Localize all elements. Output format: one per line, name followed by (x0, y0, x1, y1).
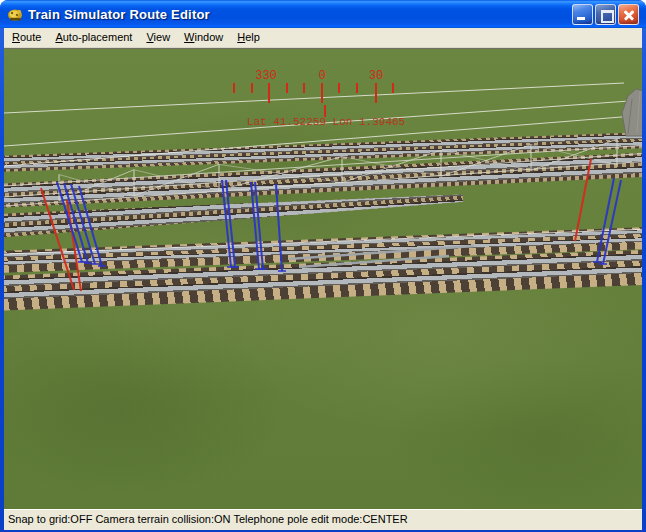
scene-overlay: 330030Lat 41.52259 Lon 1.39465 (4, 49, 642, 509)
svg-text:0: 0 (318, 69, 325, 83)
minimize-button[interactable] (572, 4, 593, 25)
title-bar[interactable]: Train Simulator Route Editor (0, 0, 646, 28)
window-controls (572, 4, 639, 25)
minimize-icon (577, 17, 585, 20)
close-icon (619, 5, 638, 24)
svg-text:Lat 41.52259 Lon 1.39465: Lat 41.52259 Lon 1.39465 (247, 116, 405, 128)
maximize-icon (601, 10, 614, 23)
menu-item-window[interactable]: Window (178, 29, 229, 46)
status-text: Snap to grid:OFF Camera terrain collisio… (8, 513, 408, 525)
maximize-button[interactable] (595, 4, 616, 25)
menu-item-auto-placement[interactable]: Auto-placement (49, 29, 138, 46)
svg-text:30: 30 (369, 69, 383, 83)
menu-item-route[interactable]: Route (6, 29, 47, 46)
window-title: Train Simulator Route Editor (28, 7, 572, 22)
menu-item-help[interactable]: Help (231, 29, 266, 46)
viewport-3d[interactable]: 330030Lat 41.52259 Lon 1.39465 (4, 48, 642, 509)
app-window: Train Simulator Route Editor RouteAuto-p… (0, 0, 646, 532)
train-icon (7, 6, 24, 23)
menu-bar: RouteAuto-placementViewWindowHelp (4, 28, 642, 48)
svg-text:330: 330 (255, 69, 277, 83)
menu-item-view[interactable]: View (140, 29, 176, 46)
close-button[interactable] (618, 4, 639, 25)
status-bar: Snap to grid:OFF Camera terrain collisio… (4, 509, 642, 530)
